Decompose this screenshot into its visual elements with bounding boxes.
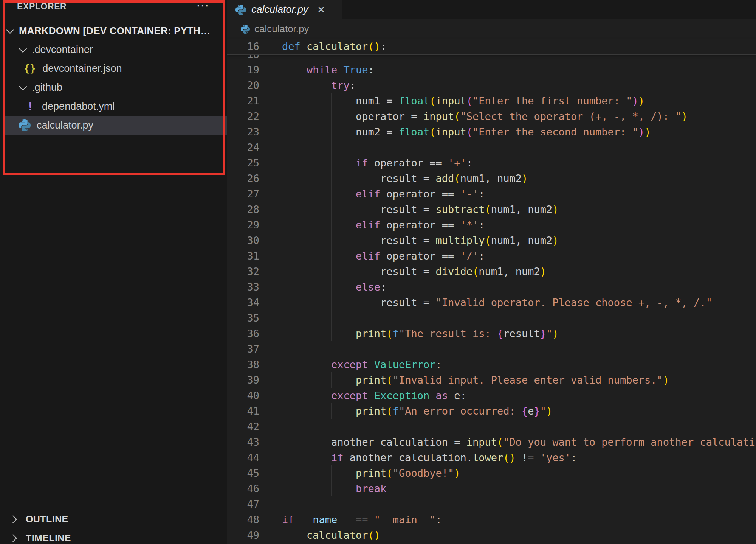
code-token-line: result = multiply(num1, num2) — [282, 233, 559, 248]
indent-guide — [282, 140, 282, 155]
code-token: else — [356, 281, 380, 293]
workspace-label: MARKDOWN [DEV CONTAINER: PYTHO... — [19, 25, 215, 37]
code-token: print — [356, 328, 386, 339]
chevron-down-icon — [19, 45, 27, 53]
code-line[interactable]: 24 — [227, 140, 756, 155]
code-token-line: operator = input("Select the operator (+… — [282, 109, 688, 124]
code-line[interactable]: 23 num2 = float(input("Enter the second … — [227, 124, 756, 140]
code-token: result = — [282, 266, 435, 277]
code-line[interactable]: 30 result = multiply(num1, num2) — [227, 233, 756, 248]
code-token: "Invalid operator. Please choose +, -, *… — [435, 297, 712, 308]
line-number: 23 — [227, 124, 259, 140]
code-token: "Select the operator (+, -, *, /): " — [460, 110, 681, 122]
code-token: "Do you want to perform another calculat… — [503, 436, 756, 448]
sticky-scroll-line[interactable]: 16 def calculator(): — [227, 39, 756, 55]
code-token — [282, 157, 356, 169]
code-token — [282, 188, 356, 200]
code-line[interactable]: 47 — [227, 496, 756, 512]
tab-title: calculator.py — [251, 4, 308, 16]
code-line[interactable]: 42 — [227, 419, 756, 434]
folder-label: .github — [32, 82, 62, 93]
outline-section-header[interactable]: OUTLINE — [0, 510, 227, 528]
code-line[interactable]: 25 if operator == '+': — [227, 155, 756, 171]
code-line[interactable]: 34 result = "Invalid operator. Please ch… — [227, 295, 756, 310]
code-line[interactable]: 22 operator = input("Select the operator… — [227, 109, 756, 124]
chevron-down-icon — [6, 26, 14, 34]
line-number: 28 — [227, 202, 259, 217]
timeline-section-header[interactable]: TIMELINE — [0, 529, 227, 544]
sidebar-item-github-folder[interactable]: .github — [0, 78, 247, 97]
code-token: : — [435, 359, 442, 370]
code-token-line: result = "Invalid operator. Please choos… — [282, 295, 712, 310]
line-number: 40 — [227, 388, 259, 403]
code-token: f — [393, 328, 399, 339]
code-line[interactable]: 37 — [227, 341, 756, 357]
code-token: ( — [386, 328, 392, 339]
code-area: 1819 while True:20 try:21 num1 = float(i… — [227, 0, 756, 544]
code-token: ( — [485, 204, 491, 215]
code-token: another_calculation = — [282, 436, 466, 448]
code-line[interactable]: 29 elif operator == '*': — [227, 217, 756, 233]
code-line[interactable]: 43 another_calculation = input("Do you w… — [227, 434, 756, 450]
editor-pane[interactable]: 1819 while True:20 try:21 num1 = float(i… — [227, 0, 756, 544]
code-line[interactable]: 27 elif operator == '-': — [227, 186, 756, 202]
code-line[interactable]: 19 while True: — [227, 62, 756, 78]
sidebar-item-calculator-py[interactable]: calculator.py — [0, 116, 245, 135]
code-line[interactable]: 39 print("Invalid input. Please enter va… — [227, 372, 756, 388]
line-number: 29 — [227, 217, 259, 233]
python-file-icon — [19, 119, 31, 131]
code-token: == — [350, 514, 374, 525]
code-token-line: def calculator(): — [282, 39, 386, 54]
code-token: elif — [356, 219, 380, 231]
code-line[interactable]: 20 try: — [227, 78, 756, 93]
code-line[interactable]: 45 print("Goodbye!") — [227, 465, 756, 481]
line-number: 16 — [227, 39, 259, 54]
code-line[interactable]: 36 print(f"The result is: {result}") — [227, 326, 756, 341]
code-token: multiply — [435, 235, 485, 246]
code-token: num1 = — [282, 95, 399, 107]
sidebar-item-devcontainer-folder[interactable]: .devcontainer — [0, 40, 247, 59]
code-token-line: if operator == '+': — [282, 155, 472, 171]
more-actions-icon[interactable]: ⋯ — [196, 0, 209, 13]
line-number: 34 — [227, 295, 259, 310]
code-token: : — [435, 514, 442, 525]
code-token: Exception — [374, 390, 429, 401]
code-line[interactable]: 35 — [227, 310, 756, 326]
code-line[interactable]: 33 else: — [227, 279, 756, 295]
code-token-line: while True: — [282, 62, 374, 78]
close-icon[interactable]: ✕ — [318, 5, 325, 15]
code-token-line: num2 = float(input("Enter the second num… — [282, 124, 651, 140]
file-label: calculator.py — [37, 120, 93, 131]
code-line[interactable]: 32 result = divide(num1, num2) — [227, 264, 756, 279]
line-number: 37 — [227, 341, 259, 357]
code-token: operator == — [380, 188, 460, 200]
code-token: ) — [638, 126, 644, 138]
code-line[interactable]: 40 except Exception as e: — [227, 388, 756, 403]
code-token — [282, 529, 307, 541]
code-token: "Enter the first number: " — [472, 95, 632, 107]
chevron-right-icon — [9, 534, 17, 542]
code-token: "The result is: — [399, 328, 497, 339]
code-line[interactable]: 31 elif operator == '/': — [227, 248, 756, 264]
code-token-line: calculator() — [282, 527, 380, 543]
tab-calculator-py[interactable]: calculator.py ✕ — [227, 0, 342, 19]
sidebar-item-dependabot-yml[interactable]: ! dependabot.yml — [0, 97, 254, 116]
code-line[interactable]: 21 num1 = float(input("Enter the first n… — [227, 93, 756, 109]
workspace-root-row[interactable]: MARKDOWN [DEV CONTAINER: PYTHO... — [0, 21, 234, 40]
code-token: num1, num2 — [491, 235, 553, 246]
code-line[interactable]: 28 result = subtract(num1, num2) — [227, 202, 756, 217]
code-line[interactable]: 44 if another_calculation.lower() != 'ye… — [227, 450, 756, 465]
code-line[interactable]: 46 break — [227, 481, 756, 496]
line-number: 19 — [227, 62, 259, 78]
code-line[interactable]: 48if __name__ == "__main__": — [227, 512, 756, 527]
code-line[interactable]: 41 print(f"An error occurred: {e}") — [227, 403, 756, 419]
sidebar-item-devcontainer-json[interactable]: {} devcontainer.json — [0, 59, 251, 78]
timeline-title: TIMELINE — [26, 533, 71, 544]
code-token: { — [522, 405, 528, 417]
code-line[interactable]: 26 result = add(num1, num2) — [227, 171, 756, 186]
code-token: : — [466, 157, 472, 169]
code-line[interactable]: 38 except ValueError: — [227, 357, 756, 372]
code-token: add — [435, 173, 454, 184]
line-number: 49 — [227, 527, 259, 543]
code-line[interactable]: 49 calculator() — [227, 527, 756, 543]
